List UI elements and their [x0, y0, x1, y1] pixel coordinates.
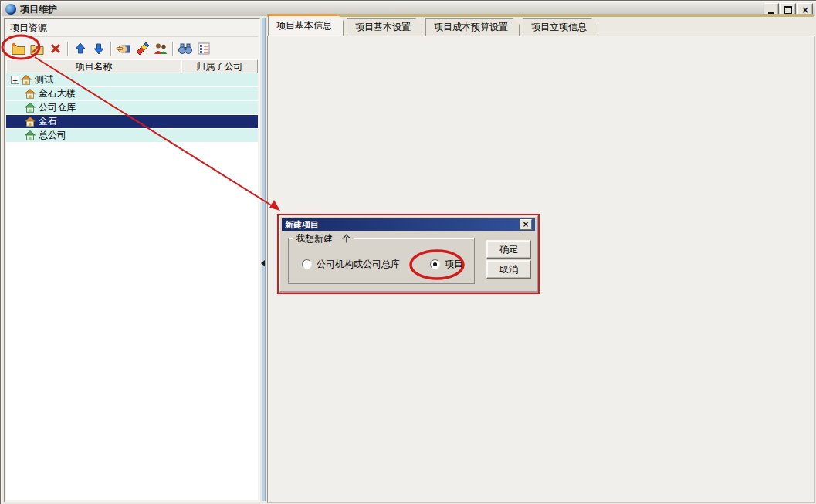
delete-node-button[interactable]: [46, 40, 65, 57]
panel-caption: 项目资源: [10, 22, 47, 35]
dialog-title-bar[interactable]: 新建项目 ×: [282, 218, 535, 231]
tab-project-cost-budget[interactable]: 项目成本预算设置: [425, 18, 520, 36]
report-grid-icon: [198, 42, 210, 55]
binoculars-icon: [178, 42, 193, 55]
pointing-hand-icon: [116, 42, 131, 55]
tree-row[interactable]: 总公司: [6, 129, 258, 143]
maximize-icon: [784, 6, 792, 14]
house-icon: [25, 117, 36, 127]
panel-splitter[interactable]: [260, 18, 266, 501]
dialog-cancel-label: 取消: [499, 263, 518, 276]
window-title: 项目维护: [20, 3, 57, 16]
radio-company-label[interactable]: 公司机构或公司总库: [317, 258, 400, 271]
app-icon: [5, 4, 16, 15]
collapse-left-icon[interactable]: [261, 260, 265, 266]
tree-item-label: 总公司: [39, 129, 66, 142]
column-header-project-name[interactable]: 项目名称: [6, 59, 181, 73]
new-folder-icon: [11, 42, 26, 55]
tree-item-label: 金石: [39, 115, 57, 128]
dialog-ok-label: 确定: [499, 243, 518, 256]
column-header-company[interactable]: 归属子公司: [181, 59, 258, 73]
tree-row[interactable]: 金石大楼: [6, 87, 258, 101]
move-down-icon: [93, 42, 105, 55]
find-button[interactable]: [176, 40, 195, 57]
project-tree: + 测试 金石大楼 公司仓库: [6, 73, 258, 500]
delete-icon: [49, 42, 62, 55]
house-icon: [21, 75, 32, 85]
dialog-cancel-button[interactable]: 取消: [486, 260, 531, 279]
toolbar-separator: [172, 42, 174, 56]
tab-project-basic-settings[interactable]: 项目基本设置: [347, 18, 422, 36]
tree-row[interactable]: 公司仓库: [6, 101, 258, 115]
radio-checked-icon[interactable]: [430, 259, 440, 269]
radio-project[interactable]: 项目: [430, 258, 463, 271]
house-icon: [25, 89, 36, 99]
users-button[interactable]: [151, 40, 170, 57]
move-down-button[interactable]: [90, 40, 108, 57]
tree-row[interactable]: + 测试: [6, 73, 258, 87]
splitter-strip: [262, 18, 266, 501]
project-resource-panel: 项目资源: [4, 18, 260, 502]
tree-item-label: 公司仓库: [39, 101, 76, 114]
close-icon: ×: [801, 6, 809, 14]
radio-company[interactable]: 公司机构或公司总库: [302, 258, 400, 271]
edit-folder-button[interactable]: [28, 40, 46, 57]
users-icon: [153, 42, 168, 55]
tree-row-selected[interactable]: 金石: [6, 115, 258, 129]
select-button[interactable]: [114, 40, 133, 57]
tree-item-label: 金石大楼: [39, 87, 76, 100]
radio-unchecked-icon[interactable]: [302, 259, 312, 269]
tree-item-label: 测试: [35, 73, 53, 86]
house-green-icon: [25, 103, 36, 113]
tab-strip: 项目基本信息 项目基本设置 项目成本预算设置 项目立项信息: [268, 17, 601, 36]
tab-project-basic-info[interactable]: 项目基本信息: [268, 14, 344, 36]
move-up-button[interactable]: [71, 40, 90, 57]
dialog-ok-button[interactable]: 确定: [486, 240, 531, 259]
edit-folder-icon: [29, 42, 45, 55]
radio-project-label[interactable]: 项目: [445, 258, 463, 271]
toolbar-separator: [110, 42, 112, 56]
new-project-dialog: 新建项目 × 我想新建一个 公司机构或公司总库 项目 确定 取消: [277, 214, 540, 294]
tree-grid-header: 项目名称 归属子公司: [6, 59, 258, 73]
expand-icon[interactable]: +: [11, 76, 19, 84]
dialog-title: 新建项目: [285, 219, 319, 231]
tab-project-approval-info[interactable]: 项目立项信息: [523, 18, 598, 36]
new-folder-button[interactable]: [9, 40, 28, 57]
toolbar-separator: [67, 42, 69, 56]
eraser-pencil-icon: [135, 42, 149, 55]
report-button[interactable]: [195, 40, 213, 57]
close-icon: ×: [523, 221, 529, 228]
radio-dot: [433, 262, 437, 266]
house-green-icon: [25, 130, 36, 140]
app-window: 项目维护 × 项目资源: [0, 0, 816, 504]
dialog-close-button[interactable]: ×: [520, 219, 532, 230]
move-up-icon: [74, 42, 86, 55]
erase-button[interactable]: [133, 40, 151, 57]
dialog-frame: 新建项目 × 我想新建一个 公司机构或公司总库 项目 确定 取消: [279, 215, 538, 293]
dialog-choice-group-label: 我想新建一个: [293, 232, 354, 245]
tree-toolbar: [6, 36, 258, 59]
